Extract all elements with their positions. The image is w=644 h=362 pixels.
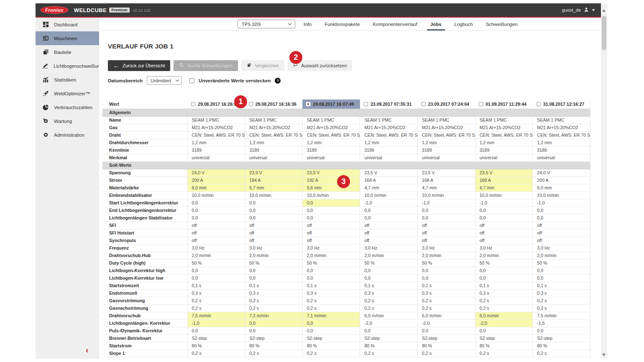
column-checkbox[interactable] bbox=[422, 102, 426, 106]
value-cell: 0,0 bbox=[302, 319, 360, 327]
value-cell: 0,0 bbox=[245, 327, 303, 334]
value-cell: 80 % bbox=[475, 342, 533, 349]
value-cell: 0,0 bbox=[475, 214, 533, 222]
column-checkbox[interactable] bbox=[479, 102, 483, 106]
search-welds-button[interactable]: Suche Schweißungen bbox=[174, 60, 238, 71]
sidebar-item-label: Verbrauchszahlen bbox=[54, 105, 92, 110]
row-label: Drahtdurchmesser bbox=[102, 139, 187, 146]
scroll-down-arrow-icon[interactable] bbox=[602, 354, 606, 356]
back-to-overview-button[interactable]: ← Zurück zur Übersicht bbox=[108, 60, 170, 71]
table-row-sfi: SFIoffoffoffoffoffoffoff bbox=[102, 222, 590, 229]
sidebar-item-label: Bauteile bbox=[54, 50, 72, 55]
column-header-4[interactable]: 23.09.2017 07:35:31 bbox=[360, 99, 418, 109]
value-cell: 7,5 m/min bbox=[187, 312, 245, 319]
value-cell: 0,0 bbox=[187, 327, 245, 334]
value-cell: -1,0 bbox=[187, 319, 245, 327]
sidebar-item-lichtbogenschwei-ungen[interactable]: Lichtbogenschweißungen bbox=[36, 59, 99, 73]
column-header-7[interactable]: 31.08.2017 12:16:27 bbox=[533, 99, 590, 109]
undo-arrow-icon: ↩ bbox=[293, 64, 298, 68]
column-checkbox[interactable] bbox=[249, 102, 253, 106]
value-cell: 0,2 s bbox=[533, 304, 590, 312]
sidebar-item-maschinen[interactable]: Maschinen bbox=[36, 31, 99, 45]
scroll-up-arrow-icon[interactable] bbox=[602, 9, 606, 12]
table-row-lichtbogen-korrektur-low: Lichtbogen-Korrektur low0,00,00,00,00,00… bbox=[102, 274, 590, 282]
value-cell: 0,0 bbox=[245, 214, 303, 222]
sidebar-item-bauteile[interactable]: Bauteile bbox=[36, 45, 99, 59]
column-checkbox[interactable] bbox=[537, 102, 541, 106]
value-cell: S2-step bbox=[418, 334, 475, 342]
column-checkbox[interactable] bbox=[191, 102, 195, 106]
vertical-scrollbar[interactable] bbox=[601, 3, 607, 359]
machine-select-value: TPS 320i bbox=[242, 22, 261, 27]
sidebar-item-statistiken[interactable]: Statistiken bbox=[36, 73, 99, 87]
tab-info[interactable]: Info bbox=[303, 18, 312, 31]
column-checkbox[interactable] bbox=[364, 102, 368, 106]
tab-schwei-ungen[interactable]: Schweißungen bbox=[485, 18, 519, 31]
sidebar-item-wartung[interactable]: Wartung bbox=[36, 114, 99, 128]
value-cell: 0,2 s bbox=[475, 304, 533, 312]
value-cell: 0,2 s bbox=[360, 297, 418, 304]
value-cell: off bbox=[302, 222, 360, 229]
value-cell: 10,0 m/min bbox=[302, 191, 360, 199]
value-cell: 0,0 bbox=[418, 274, 475, 282]
value-cell: 194 A bbox=[245, 176, 303, 184]
help-icon[interactable]: ? bbox=[275, 78, 281, 84]
value-cell: 192 A bbox=[302, 176, 360, 184]
tab-jobs[interactable]: Jobs bbox=[429, 18, 442, 31]
table-row-gasnachstr-mung: Gasnachströmung0,2 s0,2 s0,2 s0,2 s0,2 s… bbox=[102, 304, 590, 312]
value-cell: 0,2 s bbox=[475, 349, 533, 357]
machine-select[interactable]: TPS 320i bbox=[238, 20, 295, 28]
value-cell: S2-step bbox=[533, 334, 590, 342]
sidebar-collapse-button[interactable]: ‹ bbox=[86, 347, 89, 353]
value-cell: 2,0 m/min bbox=[418, 252, 475, 259]
value-cell: universal bbox=[533, 154, 590, 161]
value-cell: 3,0 Hz bbox=[245, 244, 303, 252]
gear-icon bbox=[42, 132, 49, 138]
value-cell: 4,7 mm bbox=[475, 184, 533, 191]
sidebar-item-verbrauchszahlen[interactable]: Verbrauchszahlen bbox=[36, 100, 99, 114]
sidebar-item-weldoptimizer[interactable]: WeldOptimizer™ bbox=[36, 87, 99, 100]
tab-komponentenverlauf[interactable]: Komponentenverlauf bbox=[372, 18, 418, 31]
value-cell: off bbox=[533, 237, 590, 244]
row-label: Gas bbox=[102, 124, 187, 131]
column-date: 31.08.2017 12:16:27 bbox=[543, 102, 584, 107]
table-row-sfi-hotstart: SFI Hotstartoffoffoffoffoffoffoff bbox=[102, 229, 590, 237]
compare-button[interactable]: Vergleichen bbox=[241, 60, 285, 71]
sidebar-item-label: Maschinen bbox=[54, 36, 77, 41]
column-header-2[interactable]: 29.08.2017 16:16:36 bbox=[245, 99, 303, 109]
tabs: InfoFunktionspaketeKomponentenverlaufJob… bbox=[303, 18, 519, 31]
value-cell: off bbox=[360, 222, 418, 229]
value-cell: 0,2 s bbox=[533, 349, 590, 357]
value-cell: 0,2 s bbox=[302, 297, 360, 304]
sidebar-item-dashboard[interactable]: Dashboard bbox=[36, 18, 99, 31]
table-row-merkmal: Merkmaluniversaluniversaluniversaluniver… bbox=[102, 154, 590, 161]
scrollbar-thumb[interactable] bbox=[602, 16, 606, 50]
value-cell: 0,2 s bbox=[245, 297, 303, 304]
value-cell: 7,5 m/min bbox=[533, 312, 590, 319]
column-header-6[interactable]: 01.09.2017 11:29:44 bbox=[475, 99, 533, 109]
value-cell: CEN: Steel, AWS: ER 70 S-6 bbox=[418, 131, 475, 139]
section-title: Allgemein bbox=[102, 109, 590, 116]
corner-header: Wert bbox=[102, 99, 187, 109]
job-history-table-wrap: Wert29.08.2017 16:26:0429.08.2017 16:16:… bbox=[102, 99, 590, 357]
value-cell: 0,0 bbox=[475, 206, 533, 214]
table-row-end-lichtbogenl-ngenkorrektur: End Lichtbogenlängenkorrektur0,00,00,00,… bbox=[102, 206, 590, 214]
sidebar-item-administration[interactable]: Administration bbox=[36, 128, 99, 142]
tab-logbuch[interactable]: Logbuch bbox=[454, 18, 474, 31]
value-cell: 3189 bbox=[245, 146, 303, 154]
column-header-5[interactable]: 23.09.2017 07:24:04 bbox=[418, 99, 475, 109]
value-cell: 0,1 s bbox=[360, 282, 418, 289]
column-checkbox[interactable] bbox=[306, 102, 310, 106]
value-cell: 0,0 bbox=[245, 274, 303, 282]
column-header-3[interactable]: 29.08.2017 16:07:49 bbox=[302, 99, 360, 109]
user-menu[interactable]: guest_de bbox=[562, 7, 595, 13]
value-cell: 0,2 s bbox=[245, 349, 303, 357]
date-range-select[interactable]: Unlimitiert bbox=[147, 76, 182, 85]
row-label: Start Lichtbogenlängenkorrektur bbox=[102, 199, 187, 206]
value-cell: 50 % bbox=[475, 259, 533, 267]
value-cell: 6,0 mm bbox=[533, 184, 590, 191]
hide-unchanged-checkbox[interactable] bbox=[189, 78, 194, 83]
search-icon bbox=[179, 63, 184, 69]
tab-funktionspakete[interactable]: Funktionspakete bbox=[324, 18, 360, 31]
value-cell: 0,0 bbox=[245, 199, 303, 206]
